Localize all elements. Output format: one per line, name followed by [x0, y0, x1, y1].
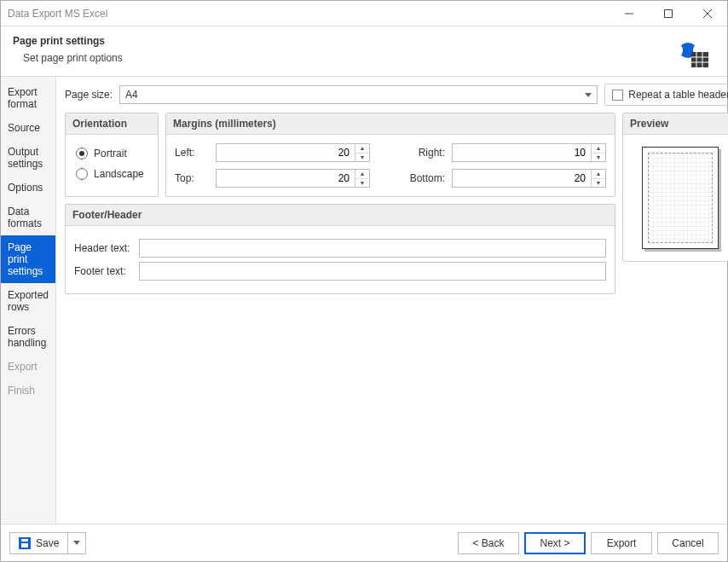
content: Page size: A4 Repeat a table header Orie…	[56, 77, 728, 524]
margin-right-label: Right:	[377, 147, 445, 159]
header-text-label: Header text:	[74, 242, 134, 254]
footer-text-label: Footer text:	[74, 265, 134, 277]
save-icon	[19, 537, 31, 549]
margins-legend: Margins (millimeters)	[166, 113, 615, 135]
margin-bottom-input[interactable]: ▲▼	[452, 169, 606, 188]
spin-down-icon[interactable]: ▼	[355, 154, 369, 162]
orientation-legend: Orientation	[66, 113, 158, 135]
chevron-down-icon	[585, 93, 592, 97]
sidebar-item-errors-handling[interactable]: Errors handling	[1, 319, 55, 355]
sidebar-item-exported-rows[interactable]: Exported rows	[1, 283, 55, 319]
sidebar-item-export-format[interactable]: Export format	[1, 80, 55, 116]
orientation-group: Orientation Portrait Landscape	[65, 113, 159, 197]
footer-text-input[interactable]	[139, 262, 606, 281]
orientation-portrait-label: Portrait	[94, 148, 127, 159]
chevron-down-icon	[73, 541, 80, 545]
close-button[interactable]	[688, 1, 727, 26]
margin-top-input[interactable]: ▲▼	[216, 169, 370, 188]
save-dropdown-button[interactable]	[68, 532, 86, 554]
orientation-landscape-radio[interactable]: Landscape	[74, 164, 149, 184]
svg-rect-4	[691, 52, 708, 67]
minimize-button[interactable]	[610, 1, 649, 26]
cancel-button[interactable]: Cancel	[657, 532, 719, 554]
next-button[interactable]: Next >	[524, 532, 586, 554]
footer: Save < Back Next > Export Cancel	[1, 524, 727, 561]
preview-group: Preview	[622, 113, 728, 262]
save-button[interactable]: Save	[9, 532, 68, 554]
radio-icon	[76, 148, 88, 159]
sidebar-item-source[interactable]: Source	[1, 116, 55, 140]
preview-legend: Preview	[623, 113, 728, 135]
page-title: Page print settings	[13, 35, 679, 47]
footer-header-group: Footer/Header Header text: Footer text:	[65, 204, 615, 294]
header-text-input[interactable]	[139, 239, 606, 258]
spin-up-icon[interactable]: ▲	[592, 170, 605, 179]
sidebar-item-export: Export	[1, 355, 55, 379]
export-excel-icon	[679, 38, 710, 69]
sidebar-item-finish: Finish	[1, 379, 55, 403]
body: Export formatSourceOutput settingsOption…	[1, 76, 727, 524]
spin-down-icon[interactable]: ▼	[355, 179, 369, 188]
spin-down-icon[interactable]: ▼	[592, 179, 605, 188]
spin-up-icon[interactable]: ▲	[592, 144, 605, 154]
orientation-portrait-radio[interactable]: Portrait	[74, 143, 149, 164]
spin-down-icon[interactable]: ▼	[592, 154, 605, 162]
maximize-button[interactable]	[649, 1, 688, 26]
sidebar: Export formatSourceOutput settingsOption…	[1, 77, 56, 524]
page-size-value: A4	[125, 89, 138, 101]
margin-top-label: Top:	[175, 172, 209, 184]
page-size-label: Page size:	[65, 89, 113, 101]
radio-icon	[76, 168, 88, 180]
titlebar: Data Export MS Excel	[1, 1, 727, 26]
repeat-header-checkbox[interactable]: Repeat a table header	[604, 84, 728, 106]
window: Data Export MS Excel Page print settings…	[0, 0, 728, 562]
checkbox-icon	[612, 90, 623, 101]
orientation-landscape-label: Landscape	[94, 168, 144, 180]
repeat-header-label: Repeat a table header	[628, 89, 728, 101]
margins-group: Margins (millimeters) Left: ▲▼ Right:	[165, 113, 615, 197]
back-button[interactable]: < Back	[458, 532, 519, 554]
page-preview	[642, 147, 719, 249]
sidebar-item-options[interactable]: Options	[1, 176, 55, 200]
page-size-row: Page size: A4 Repeat a table header	[65, 84, 728, 106]
export-button[interactable]: Export	[591, 532, 652, 554]
sidebar-item-output-settings[interactable]: Output settings	[1, 140, 55, 176]
sidebar-item-data-formats[interactable]: Data formats	[1, 200, 55, 235]
window-title: Data Export MS Excel	[8, 8, 610, 20]
sidebar-item-page-print-settings[interactable]: Page print settings	[1, 235, 55, 283]
spin-up-icon[interactable]: ▲	[355, 144, 369, 154]
save-split-button: Save	[9, 532, 86, 554]
margin-left-input[interactable]: ▲▼	[216, 143, 370, 162]
margin-bottom-label: Bottom:	[377, 172, 445, 184]
spin-up-icon[interactable]: ▲	[355, 170, 369, 179]
margin-left-label: Left:	[175, 147, 209, 159]
svg-rect-1	[665, 9, 673, 17]
header: Page print settings Set page print optio…	[1, 26, 727, 76]
page-subtitle: Set page print options	[13, 52, 679, 64]
page-size-select[interactable]: A4	[119, 85, 598, 104]
footer-header-legend: Footer/Header	[66, 205, 615, 226]
margin-right-input[interactable]: ▲▼	[452, 143, 606, 162]
